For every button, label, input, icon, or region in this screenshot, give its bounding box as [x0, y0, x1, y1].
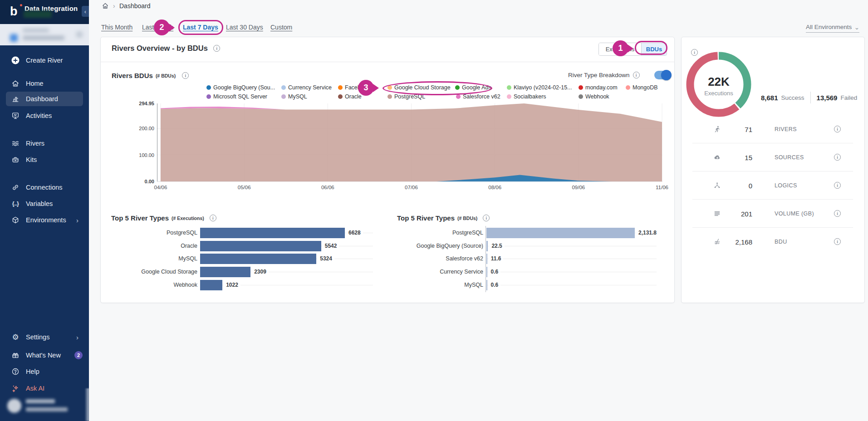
sidebar: b Data Integration ‹ Create RiverHomeDas… — [0, 0, 89, 421]
bar-value: 0.6 — [489, 280, 501, 290]
sidebar-item-help[interactable]: Help — [0, 364, 89, 379]
stat-label: LOGICS — [775, 182, 797, 189]
card-divider — [101, 62, 674, 62]
legend-item[interactable]: Klaviyo (v2024-02-15... — [507, 84, 572, 91]
bar[interactable] — [486, 241, 488, 251]
bar-category-label: Currency Service — [397, 269, 483, 275]
legend-color-dot — [579, 85, 583, 90]
legend-label: MongoDB — [633, 84, 658, 91]
bar-value: 11.6 — [489, 254, 504, 264]
bar[interactable] — [486, 254, 487, 264]
legend-item[interactable]: Google BigQuery (Sou... — [206, 84, 275, 91]
info-icon[interactable]: i — [834, 210, 841, 217]
bar-value: 6628 — [346, 228, 363, 238]
info-icon[interactable]: i — [834, 238, 841, 245]
legend-color-dot — [338, 94, 343, 99]
info-icon[interactable]: i — [210, 215, 216, 221]
bar-axis-line — [485, 226, 486, 292]
sidebar-item-label: Home — [26, 80, 44, 87]
user-avatar-blurred[interactable] — [7, 399, 21, 413]
connections-icon — [11, 183, 20, 192]
legend-color-dot — [456, 94, 461, 99]
bar[interactable] — [486, 280, 487, 290]
sidebar-item-rivers[interactable]: Rivers — [0, 136, 89, 151]
environments-dropdown[interactable]: All Environments ⌄ — [806, 22, 859, 33]
bar-track-line — [488, 246, 657, 246]
sidebar-item-settings[interactable]: ⚙Settings› — [0, 330, 89, 344]
sidebar-item-kits[interactable]: Kits — [0, 152, 89, 167]
annotation-ring-bdus — [635, 41, 667, 55]
sidebar-item-activities[interactable]: Activities — [0, 108, 89, 123]
bar[interactable] — [200, 254, 316, 264]
sidebar-item-variables[interactable]: {..}Variables — [0, 196, 89, 211]
redacted-org-name — [24, 11, 52, 18]
info-icon[interactable]: i — [834, 154, 841, 161]
sidebar-item-label: Help — [26, 368, 39, 375]
bar-category-label: Salesforce v62 — [397, 255, 483, 262]
legend-item[interactable]: Currency Service — [281, 84, 332, 91]
bar[interactable] — [486, 267, 487, 277]
bar-category-label: PostgreSQL — [397, 230, 483, 236]
bar-track-line — [222, 285, 373, 285]
legend-item[interactable]: Socialbakers — [507, 93, 546, 100]
river-type-breakdown-switch[interactable] — [654, 71, 671, 79]
sidebar-item-ask-ai[interactable]: Ask AI — [0, 381, 89, 396]
workspace-avatar-blurred — [10, 34, 18, 42]
legend-item[interactable]: Webhook — [579, 93, 609, 100]
rivery-logo-icon[interactable]: b — [10, 5, 22, 18]
sidebar-item-label: Environments — [26, 216, 66, 224]
sidebar-item-label: Connections — [26, 184, 63, 191]
workspace-text-blurred — [23, 36, 64, 40]
legend-item[interactable]: Microsoft SQL Server — [206, 93, 267, 100]
breadcrumb-current: Dashboard — [119, 2, 151, 10]
legend-item[interactable]: MongoDB — [626, 84, 658, 91]
environments-dropdown-value: All Environments — [806, 24, 852, 30]
legend-label: Socialbakers — [514, 93, 546, 100]
variables-icon: {..} — [11, 199, 20, 208]
kits-icon — [11, 155, 20, 164]
bar[interactable] — [486, 228, 635, 238]
sidebar-item-home[interactable]: Home — [0, 76, 89, 91]
sidebar-item-create-river[interactable]: Create River — [0, 53, 89, 68]
workspace-text-blurred — [23, 29, 49, 32]
x-axis-tick: 11/06 — [648, 185, 676, 190]
workspace-selector-blurred[interactable] — [0, 24, 89, 45]
workspace-chevron-blurred — [76, 31, 83, 38]
bar[interactable] — [200, 241, 321, 251]
legend-color-dot — [338, 85, 343, 90]
legend-item[interactable]: Oracle — [338, 93, 362, 100]
info-icon[interactable]: i — [213, 45, 220, 52]
stat-value: 201 — [721, 210, 752, 218]
date-tab-this-month[interactable]: This Month — [101, 24, 132, 31]
sidebar-item-what-s-new[interactable]: What's New2 — [0, 348, 89, 362]
bar[interactable] — [200, 267, 250, 277]
sidebar-item-connections[interactable]: Connections — [0, 180, 89, 195]
date-tab-last-30-days[interactable]: Last 30 Days — [226, 24, 263, 31]
info-icon[interactable]: i — [633, 72, 640, 78]
sidebar-item-environments[interactable]: Environments› — [0, 213, 89, 227]
legend-item[interactable]: monday.com — [579, 84, 618, 91]
bar[interactable] — [200, 228, 345, 238]
sidebar-collapse-button[interactable]: ‹ — [82, 6, 89, 17]
breadcrumb-home-icon[interactable] — [102, 2, 109, 10]
stat-label: VOLUME (GB) — [775, 210, 814, 217]
legend-color-dot — [206, 85, 211, 90]
info-icon[interactable]: i — [483, 215, 490, 221]
stat-label: BDU — [775, 239, 787, 245]
annotation-pin-3: 3 — [358, 80, 374, 96]
legend-color-dot — [626, 85, 630, 90]
bar[interactable] — [200, 280, 222, 290]
bar-value: 5542 — [323, 241, 339, 251]
date-tab-custom[interactable]: Custom — [270, 24, 292, 31]
failed-value: 13,569 — [817, 94, 838, 102]
sidebar-item-dashboard[interactable]: Dashboard — [6, 92, 83, 106]
info-icon[interactable]: i — [834, 182, 841, 189]
legend-item[interactable]: MySQL — [281, 93, 307, 100]
sidebar-item-label: Create River — [26, 57, 63, 64]
info-icon[interactable]: i — [182, 72, 189, 79]
info-icon[interactable]: i — [834, 126, 841, 132]
legend-color-dot — [281, 94, 286, 99]
x-axis-tick: 06/06 — [314, 185, 341, 190]
legend-color-dot — [507, 94, 511, 99]
x-axis-tick: 07/06 — [398, 185, 425, 190]
